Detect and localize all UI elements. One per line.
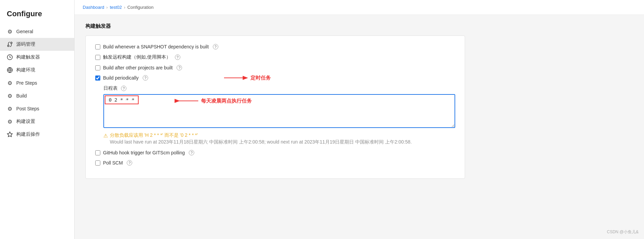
checkbox-row-remote: 触发远程构建（例如,使用脚本） ? <box>95 54 455 60</box>
svg-marker-5 <box>7 132 13 137</box>
sidebar-item-label: Build <box>16 93 27 99</box>
help-icon-github[interactable]: ? <box>189 150 194 155</box>
sidebar-item-label: Pre Steps <box>16 80 37 86</box>
label-github: GitHub hook trigger for GITScm polling <box>103 150 185 155</box>
sidebar-item-build-triggers[interactable]: 构建触发器 <box>0 51 74 64</box>
sidebar-item-label: Post Steps <box>16 106 39 111</box>
svg-point-0 <box>7 45 9 47</box>
globe-icon <box>7 67 13 73</box>
sidebar-item-label: General <box>16 29 33 34</box>
gear-icon: ⚙ <box>7 28 13 35</box>
breadcrumb-sep1: › <box>106 5 108 10</box>
sidebar-item-build-settings[interactable]: ⚙ 构建设置 <box>0 115 74 128</box>
label-snapshot: Build whenever a SNAPSHOT dependency is … <box>103 44 209 49</box>
scm-icon <box>7 41 13 47</box>
sidebar-item-pre-steps[interactable]: ⚙ Pre Steps <box>0 77 74 89</box>
gear-icon5: ⚙ <box>7 118 13 125</box>
breadcrumb-item-configuration: Configuration <box>127 5 154 10</box>
sidebar-item-label: 构建后操作 <box>16 131 40 137</box>
help-icon-schedule[interactable]: ? <box>121 86 126 91</box>
help-icon-poll-scm[interactable]: ? <box>127 160 132 166</box>
help-icon-after-other[interactable]: ? <box>177 65 182 70</box>
checkbox-github[interactable] <box>95 150 100 155</box>
sidebar-title: Configure <box>0 0 74 25</box>
section-title: 构建触发器 <box>85 23 633 29</box>
sidebar-item-build[interactable]: ⚙ Build <box>0 89 74 102</box>
breadcrumb: Dashboard › test02 › Configuration <box>75 0 644 15</box>
sidebar: Configure ⚙ General 源码管理 构建触发器 <box>0 0 75 239</box>
sidebar-item-label: 构建触发器 <box>16 54 40 60</box>
checkbox-row-after-other: Build after other projects are built ? <box>95 65 455 70</box>
gear-icon4: ⚙ <box>7 106 13 112</box>
schedule-label-row: 日程表 ? <box>103 85 455 91</box>
sidebar-item-label: 源码管理 <box>16 41 35 47</box>
checkbox-after-other[interactable] <box>95 65 100 70</box>
watermark: CSDN @小鱼儿& <box>607 229 639 235</box>
periodically-container: Build periodically ? 定时任务 <box>95 75 455 81</box>
sidebar-item-general[interactable]: ⚙ General <box>0 25 74 38</box>
checkbox-row-periodically: Build periodically ? <box>95 75 455 81</box>
warning-row: ⚠ 分散负载应该用 'H 2 * * *' 而不是 '0 2 * * *' Wo… <box>103 132 455 145</box>
gear-icon6 <box>7 131 13 137</box>
sidebar-item-scm[interactable]: 源码管理 <box>0 38 74 51</box>
checkbox-poll-scm[interactable] <box>95 160 100 166</box>
checkbox-row-github: GitHub hook trigger for GITScm polling ? <box>95 150 455 155</box>
label-after-other: Build after other projects are built <box>103 65 173 70</box>
label-poll-scm: Poll SCM <box>103 160 123 166</box>
sidebar-item-label: 构建环境 <box>16 67 35 73</box>
breadcrumb-item-dashboard[interactable]: Dashboard <box>83 5 104 10</box>
warning-main-text: 分散负载应该用 'H 2 * * *' 而不是 '0 2 * * *' <box>110 132 412 138</box>
help-icon-periodically[interactable]: ? <box>143 75 148 81</box>
help-icon-remote[interactable]: ? <box>175 55 180 60</box>
help-icon-snapshot[interactable]: ? <box>213 44 218 49</box>
content-area: 构建触发器 Build whenever a SNAPSHOT dependen… <box>75 15 644 187</box>
warning-sub-text: Would last have run at 2023年11月18日星期六 中国… <box>110 139 412 145</box>
clock-icon <box>7 54 13 60</box>
sidebar-item-post-build[interactable]: 构建后操作 <box>0 128 74 141</box>
checkbox-row-poll-scm: Poll SCM ? <box>95 160 455 166</box>
svg-point-1 <box>11 42 12 44</box>
sidebar-item-post-steps[interactable]: ⚙ Post Steps <box>0 102 74 115</box>
checkbox-row-snapshot: Build whenever a SNAPSHOT dependency is … <box>95 44 455 49</box>
gear-icon2: ⚙ <box>7 80 13 86</box>
warning-icon: ⚠ <box>103 133 108 139</box>
label-remote: 触发远程构建（例如,使用脚本） <box>103 54 171 60</box>
warning-content: 分散负载应该用 'H 2 * * *' 而不是 '0 2 * * *' Woul… <box>110 132 412 145</box>
sidebar-item-label: 构建设置 <box>16 118 35 125</box>
breadcrumb-sep2: › <box>124 5 125 10</box>
schedule-textarea[interactable]: 0 2 * * * <box>103 94 455 128</box>
sidebar-item-build-env[interactable]: 构建环境 <box>0 64 74 77</box>
breadcrumb-item-test02[interactable]: test02 <box>110 5 122 10</box>
main-content: Dashboard › test02 › Configuration 构建触发器… <box>75 0 644 239</box>
checkbox-snapshot[interactable] <box>95 44 100 49</box>
gear-icon3: ⚙ <box>7 93 13 99</box>
checkbox-remote[interactable] <box>95 55 100 60</box>
form-section: Build whenever a SNAPSHOT dependency is … <box>85 36 465 179</box>
label-periodically: Build periodically <box>103 75 139 81</box>
schedule-label-text: 日程表 <box>103 85 118 91</box>
schedule-textarea-wrap: 0 2 * * * 0 2 * * * 每天凌晨两点执行任务 <box>103 94 455 129</box>
checkbox-periodically[interactable] <box>95 75 100 81</box>
